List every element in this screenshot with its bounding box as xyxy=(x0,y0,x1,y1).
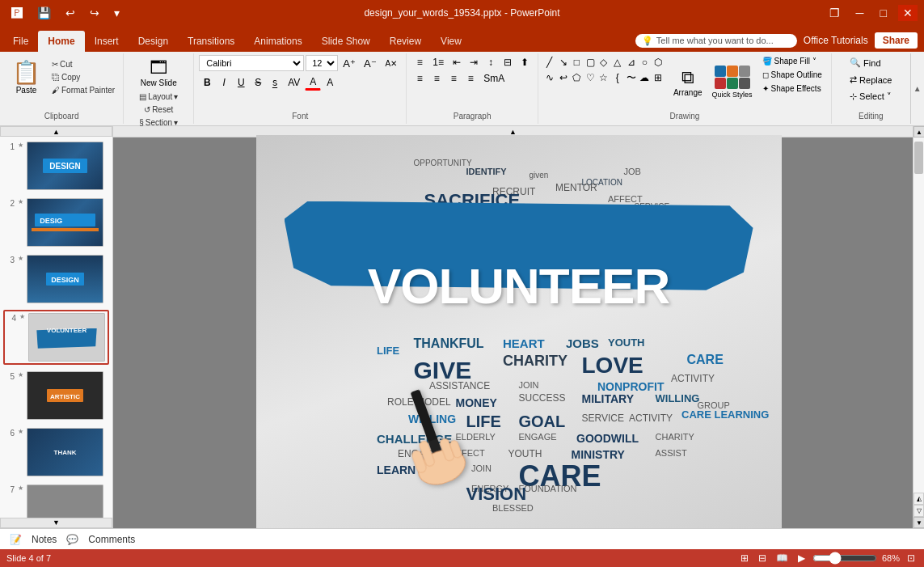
underline-button[interactable]: U xyxy=(233,75,249,90)
shape-more[interactable]: ⊞ xyxy=(652,70,665,83)
shape-rt-triangle[interactable]: ⊿ xyxy=(625,55,638,68)
indent-less-button[interactable]: ⇤ xyxy=(449,55,465,70)
cut-button[interactable]: ✂ Cut xyxy=(49,58,118,70)
shape-rounded-rect[interactable]: ▢ xyxy=(584,55,597,68)
maximize-button[interactable]: □ xyxy=(875,5,892,21)
indent-more-button[interactable]: ⇥ xyxy=(466,55,482,70)
align-right-button[interactable]: ≡ xyxy=(445,71,462,86)
share-button[interactable]: Share xyxy=(875,32,918,49)
italic-button[interactable]: I xyxy=(216,75,232,90)
shape-triangle[interactable]: △ xyxy=(611,55,624,68)
font-grow-button[interactable]: A⁺ xyxy=(340,56,359,71)
text-direction-button[interactable]: ⬆ xyxy=(517,55,533,70)
bold-button[interactable]: B xyxy=(199,75,215,90)
smart-art-button[interactable]: SmA xyxy=(479,71,508,86)
scroll-up-arrow[interactable]: ▲ xyxy=(913,126,924,138)
slide-item-3[interactable]: 3 ★ DESIGN xyxy=(3,253,109,305)
tab-review[interactable]: Review xyxy=(380,31,431,52)
tab-home[interactable]: Home xyxy=(38,31,84,52)
copy-button[interactable]: ⿻ Copy xyxy=(49,71,118,83)
line-spacing-button[interactable]: ↕ xyxy=(483,55,499,70)
fit-slide-button[interactable]: ⊡ xyxy=(905,552,918,565)
shape-oval[interactable]: ○ xyxy=(638,55,651,68)
text-highlight-button[interactable]: A xyxy=(322,75,338,90)
scroll-thumb[interactable] xyxy=(914,142,923,174)
shape-hexagon[interactable]: ⬡ xyxy=(652,55,665,68)
shape-diamond[interactable]: ◇ xyxy=(597,55,610,68)
restore-button[interactable]: ❐ xyxy=(825,5,845,21)
tab-view[interactable]: View xyxy=(431,31,471,52)
slide-item-7[interactable]: 7 ★ xyxy=(3,483,109,517)
undo-button[interactable]: ↩ xyxy=(61,5,80,21)
align-left-button[interactable]: ≡ xyxy=(411,71,428,86)
shape-effects-button[interactable]: ✦ Shape Effects xyxy=(758,83,826,95)
justify-button[interactable]: ≡ xyxy=(462,71,479,86)
shape-rect[interactable]: □ xyxy=(571,55,584,68)
notes-button[interactable]: Notes xyxy=(32,534,57,545)
align-center-button[interactable]: ≡ xyxy=(428,71,445,86)
columns-button[interactable]: ⊟ xyxy=(500,55,516,70)
text-shadow-button[interactable]: s̲ xyxy=(267,75,283,90)
shape-outline-button[interactable]: ◻ Shape Outline xyxy=(758,69,826,81)
numbering-button[interactable]: 1≡ xyxy=(428,55,448,70)
tab-file[interactable]: File xyxy=(3,31,38,52)
office-tutorials-button[interactable]: Office Tutorials xyxy=(804,35,868,46)
arrange-button[interactable]: ⧉ Arrange xyxy=(668,64,708,100)
tell-me-box[interactable]: 💡 Tell me what you want to do... xyxy=(635,34,797,48)
save-button[interactable]: 💾 xyxy=(32,5,56,21)
shape-pentagon[interactable]: ⬠ xyxy=(571,70,584,83)
bullets-button[interactable]: ≡ xyxy=(411,55,428,70)
shape-wave[interactable]: 〜 xyxy=(625,70,638,83)
close-button[interactable]: ✕ xyxy=(898,5,918,21)
slideshow-view-button[interactable]: ▶ xyxy=(795,552,808,565)
slide-sorter-button[interactable]: ⊟ xyxy=(756,552,769,565)
clear-format-button[interactable]: A✕ xyxy=(382,57,402,70)
shape-heart[interactable]: ♡ xyxy=(584,70,597,83)
font-shrink-button[interactable]: A⁻ xyxy=(361,56,380,71)
font-color-button[interactable]: A xyxy=(305,74,321,91)
tab-insert[interactable]: Insert xyxy=(85,31,129,52)
slide-item-6[interactable]: 6 ★ THANK xyxy=(3,426,109,478)
layout-button[interactable]: ▤ Layout▾ xyxy=(136,91,181,103)
ribbon-collapse-button[interactable]: ▲ xyxy=(910,53,924,124)
slide-item-1[interactable]: 1 ★ DESIGN xyxy=(3,140,109,192)
slide-item-5[interactable]: 5 ★ ARTISTIC xyxy=(3,370,109,421)
shape-bent-arrow[interactable]: ↩ xyxy=(557,70,570,83)
reading-view-button[interactable]: 📖 xyxy=(774,552,791,565)
powerpoint-icon[interactable]: 🅿 xyxy=(6,5,27,21)
shape-star[interactable]: ☆ xyxy=(597,70,610,83)
strikethrough-button[interactable]: S xyxy=(250,75,266,90)
tab-animations[interactable]: Animations xyxy=(244,31,311,52)
shape-line[interactable]: ╱ xyxy=(543,55,556,68)
select-button[interactable]: ⊹ Select ˅ xyxy=(844,89,897,104)
slide-panel-up-arrow[interactable]: ▲ xyxy=(0,126,112,137)
tab-transitions[interactable]: Transitions xyxy=(178,31,244,52)
find-button[interactable]: 🔍 Find xyxy=(844,55,897,70)
shape-bracket[interactable]: { xyxy=(611,70,624,83)
new-slide-button[interactable]: 🗔 New Slide xyxy=(135,55,183,90)
shape-fill-button[interactable]: 🪣 Shape Fill ˅ xyxy=(758,55,826,67)
slide-panel-down-arrow[interactable]: ▼ xyxy=(0,518,112,528)
char-spacing-button[interactable]: AV xyxy=(284,75,304,90)
replace-button[interactable]: ⇄ Replace xyxy=(844,72,897,87)
paste-button[interactable]: 📋 Paste xyxy=(5,55,48,99)
reset-button[interactable]: ↺ Reset xyxy=(141,104,176,116)
shape-cloud[interactable]: ☁ xyxy=(638,70,651,83)
normal-view-button[interactable]: ⊞ xyxy=(738,552,751,565)
scroll-page-up[interactable]: ◭ xyxy=(913,493,924,505)
shape-curve[interactable]: ∿ xyxy=(543,70,556,83)
redo-button[interactable]: ↪ xyxy=(85,5,104,21)
quick-styles-button[interactable]: Quick Styles xyxy=(710,62,755,102)
shape-arrow[interactable]: ↘ xyxy=(557,55,570,68)
minimize-button[interactable]: ─ xyxy=(851,5,869,21)
scroll-down-arrow[interactable]: ▼ xyxy=(913,517,924,528)
font-size-select[interactable]: 12 xyxy=(306,55,338,71)
scroll-page-down[interactable]: ▽ xyxy=(913,505,924,517)
format-painter-button[interactable]: 🖌 Format Painter xyxy=(49,84,118,96)
slide-item-4[interactable]: 4 ★ VOLUNTEER xyxy=(3,310,109,365)
zoom-slider[interactable] xyxy=(812,552,877,565)
slide-item-2[interactable]: 2 ★ DESIG xyxy=(3,197,109,248)
comments-button[interactable]: Comments xyxy=(88,534,135,545)
customize-quick-access-button[interactable]: ▾ xyxy=(109,5,124,21)
tab-slideshow[interactable]: Slide Show xyxy=(312,31,380,52)
